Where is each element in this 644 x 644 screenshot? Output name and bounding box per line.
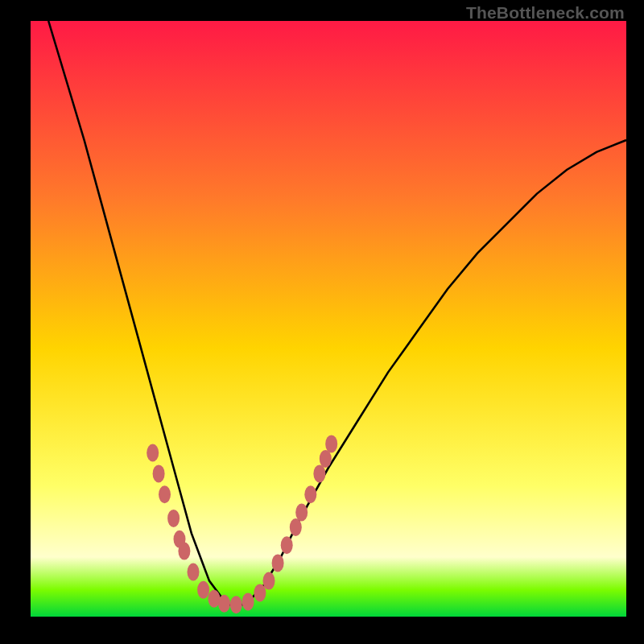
- marker-point: [242, 593, 254, 611]
- marker-point: [188, 564, 200, 581]
- marker-point: [230, 596, 242, 613]
- marker-point: [272, 554, 284, 572]
- marker-point: [320, 450, 332, 468]
- marker-point: [325, 435, 337, 452]
- marker-point: [178, 543, 190, 560]
- marker-point: [295, 504, 308, 522]
- marker-group: [147, 435, 337, 613]
- marker-point: [290, 518, 302, 536]
- plot-area: [31, 21, 626, 617]
- marker-point: [263, 572, 275, 590]
- marker-point: [281, 536, 293, 554]
- marker-point: [304, 485, 316, 503]
- marker-point: [197, 581, 209, 599]
- watermark-text: TheBottleneck.com: [466, 3, 625, 23]
- marker-point: [254, 584, 266, 601]
- marker-point: [147, 444, 159, 462]
- curve-layer: [31, 21, 626, 617]
- marker-point: [218, 595, 230, 613]
- chart-frame: TheBottleneck.com: [0, 0, 644, 644]
- marker-point: [153, 464, 165, 482]
- bottleneck-curve: [48, 21, 626, 605]
- marker-point: [159, 485, 171, 503]
- marker-point: [313, 464, 325, 482]
- marker-point: [167, 510, 180, 527]
